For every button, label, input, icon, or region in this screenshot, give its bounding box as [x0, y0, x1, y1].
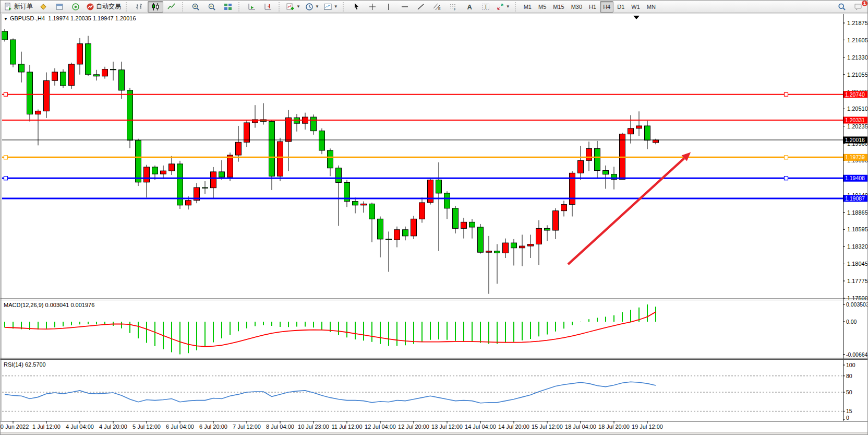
toolbar-separator: [182, 2, 185, 11]
price-tag-label: 1.19087: [845, 195, 865, 202]
time-tick-label: 1 Jul 12:00: [32, 424, 61, 430]
trend-arrow-object[interactable]: [568, 152, 691, 264]
candles-layer[interactable]: [2, 29, 659, 294]
mt4-window: 新订单自动交易▼▼▼EFAT▼M1M5M15M30H1H4D1W1MN1 1.2…: [0, 0, 868, 435]
auto-trading-icon: [86, 3, 94, 11]
rsi-axis-label: 80: [846, 373, 852, 379]
price-tick-label: 1.17775: [847, 278, 868, 284]
rsi-axis-label: 15: [846, 408, 852, 414]
periods-button[interactable]: ▼: [303, 1, 321, 13]
price-tick-label: 1.21605: [847, 37, 868, 43]
equidistant-channel-button[interactable]: E: [429, 1, 445, 13]
chart-title-bar: ▼GBPUSD-,H4 1.19974 1.20035 1.19947 1.20…: [4, 15, 136, 21]
horizontal-line-object[interactable]: 1.19408: [2, 175, 868, 182]
macd-pane[interactable]: 0.0035030.00-0.006647: [5, 301, 868, 358]
macd-indicator-label: MACD(12,26,9) 0.003041 0.001976: [4, 302, 94, 308]
candle-body: [269, 122, 275, 177]
price-tick-label: 1.21875: [847, 20, 868, 26]
chart-canvas[interactable]: 1.218751.216051.213301.210551.207801.205…: [1, 1, 868, 435]
templates-button[interactable]: ▼: [322, 1, 340, 13]
rsi-name: RSI(14): [4, 361, 23, 368]
selection-handle[interactable]: [4, 156, 8, 159]
tile-windows-button[interactable]: [220, 1, 236, 13]
selection-handle[interactable]: [4, 92, 8, 96]
bid-price-tag-label: 1.20016: [845, 137, 865, 143]
timeframe-m5-button[interactable]: M5: [535, 1, 549, 13]
selection-handle[interactable]: [785, 92, 788, 96]
toolbar-button-label: 自动交易: [96, 2, 121, 11]
timeframe-h1-button[interactable]: H1: [586, 1, 599, 13]
new-order-button[interactable]: 新订单: [2, 1, 35, 13]
timeframe-h4-button[interactable]: H4: [600, 1, 613, 13]
crosshair-button[interactable]: [365, 1, 380, 13]
time-tick-label: 13 Jul 12:00: [431, 424, 463, 430]
indicators-icon: [286, 3, 295, 11]
horizontal-line-button[interactable]: [397, 1, 413, 13]
zoom-in-button[interactable]: [188, 1, 203, 13]
selection-handle[interactable]: [785, 177, 788, 180]
candle-body: [520, 246, 525, 248]
candle-body: [486, 251, 492, 252]
selection-handle[interactable]: [785, 156, 788, 159]
price-tick-label: 1.21330: [847, 54, 868, 61]
dropdown-caret-icon[interactable]: ▼: [506, 4, 510, 9]
window-bottom-strip: [1, 432, 867, 435]
candle-body: [278, 142, 283, 176]
timeframe-m1-button[interactable]: M1: [521, 1, 535, 13]
arrows-button[interactable]: ▼: [494, 1, 512, 13]
auto-trading-button[interactable]: 自动交易: [84, 1, 123, 13]
auto-scroll-button[interactable]: [244, 1, 260, 13]
text-label-button[interactable]: T: [478, 1, 493, 13]
sound-alerts-button[interactable]: [68, 1, 83, 13]
market-watch-icon: [39, 3, 47, 11]
horizontal-line-object[interactable]: 1.19739: [2, 154, 868, 161]
candle-body: [628, 128, 634, 134]
timeframe-w1-button[interactable]: W1: [628, 1, 643, 13]
horizontal-line-object[interactable]: 1.19087: [2, 195, 868, 202]
cursor-button[interactable]: [348, 1, 364, 13]
bar-chart-button[interactable]: [131, 1, 147, 13]
trendline-button[interactable]: [413, 1, 429, 13]
time-tick-label: 14 Jul 04:00: [465, 424, 496, 430]
candlestick-button[interactable]: [148, 1, 163, 13]
candle-body: [86, 44, 91, 75]
rsi-line: [5, 382, 656, 403]
price-tag-label: 1.19739: [845, 154, 865, 160]
candle-body: [19, 64, 25, 72]
toolbar-separator: [515, 2, 518, 11]
dropdown-caret-icon[interactable]: ▼: [315, 4, 319, 9]
zoom-out-button[interactable]: [204, 1, 220, 13]
candle-body: [77, 44, 83, 64]
svg-text:T: T: [484, 4, 487, 9]
search-button[interactable]: [834, 1, 850, 13]
dropdown-caret-icon[interactable]: ▼: [334, 4, 338, 9]
fibonacci-button[interactable]: F: [445, 1, 461, 13]
text-button[interactable]: A: [462, 1, 477, 13]
candle-body: [219, 172, 225, 177]
candle-body: [61, 72, 66, 86]
timeframe-mn-button[interactable]: MN: [644, 1, 659, 13]
rsi-axis-label: 0: [846, 415, 849, 421]
vertical-line-icon: [384, 3, 393, 11]
time-axis[interactable]: 30 Jun 20221 Jul 12:004 Jul 04:004 Jul 2…: [1, 421, 663, 430]
dropdown-caret-icon[interactable]: ▼: [296, 4, 300, 9]
market-watch-button[interactable]: [35, 1, 51, 13]
chart-shift-button[interactable]: [260, 1, 276, 13]
timeframe-m30-button[interactable]: M30: [568, 1, 585, 13]
candle-body: [444, 193, 450, 208]
selection-handle[interactable]: [4, 177, 8, 180]
rsi-pane[interactable]: 1008050150: [2, 362, 855, 421]
time-tick-label: 6 Jul 20:00: [199, 424, 227, 430]
data-window-button[interactable]: [52, 1, 67, 13]
vertical-line-button[interactable]: [381, 1, 396, 13]
chart-shift-icon: [264, 3, 272, 11]
chart-shift-marker[interactable]: [633, 16, 640, 19]
timeframe-d1-button[interactable]: D1: [614, 1, 628, 13]
chat-button[interactable]: 1: [850, 1, 866, 13]
indicators-button[interactable]: ▼: [284, 1, 303, 13]
macd-values: 0.003041 0.001976: [45, 302, 94, 308]
line-chart-button[interactable]: [164, 1, 179, 13]
chevron-down-icon[interactable]: ▼: [4, 17, 8, 21]
price-tick-label: 1.18320: [847, 243, 868, 250]
timeframe-m15-button[interactable]: M15: [550, 1, 567, 13]
